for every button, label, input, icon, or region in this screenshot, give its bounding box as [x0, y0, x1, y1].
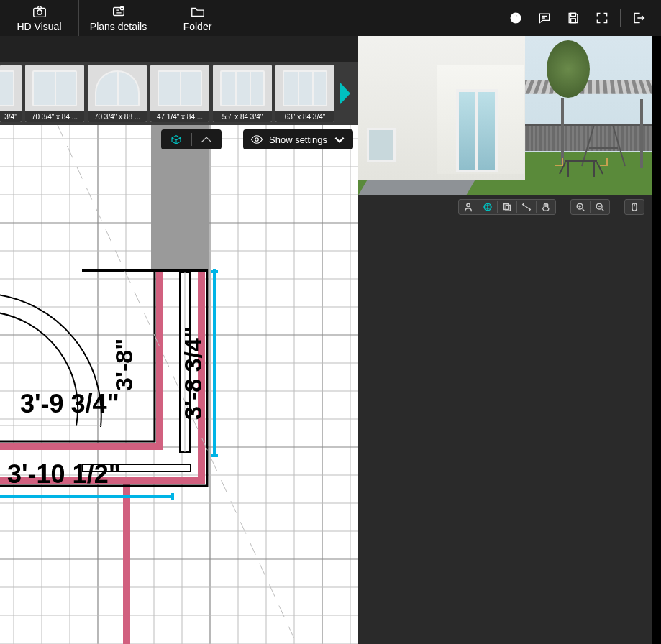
thumbnail-item[interactable]: 47 1/4" x 84 ...	[150, 65, 209, 122]
thumbnail-item[interactable]: 55" x 84 3/4"	[213, 65, 272, 122]
mouse-mode-button[interactable]	[625, 199, 644, 215]
svg-marker-8	[340, 83, 350, 104]
roof-toggle[interactable]	[192, 134, 222, 144]
thumbnail-label: 47 1/4" x 84 ...	[150, 111, 209, 122]
3d-preview[interactable]	[358, 36, 653, 196]
dimension-text: 3'-8 3/4"	[179, 326, 206, 420]
chevron-right-icon	[339, 81, 352, 106]
exit-button[interactable]	[631, 10, 647, 26]
folder-button[interactable]: Folder	[158, 0, 237, 36]
person-view-button[interactable]	[459, 199, 478, 215]
view-mode-group	[458, 199, 556, 215]
thumbnail-item[interactable]: 70 3/4" x 88 ...	[88, 65, 147, 122]
thumbnails-next-button[interactable]	[338, 72, 352, 115]
show-settings-button[interactable]: Show settings	[243, 129, 353, 150]
grab-view-button[interactable]	[537, 199, 555, 215]
cube-icon	[170, 134, 183, 144]
3d-box-toggle[interactable]	[161, 134, 191, 144]
save-icon	[566, 11, 580, 25]
mouse-icon	[629, 202, 639, 212]
svg-point-50	[255, 138, 259, 142]
floor-view-toggle	[161, 129, 222, 150]
exit-icon	[632, 11, 646, 25]
hand-icon	[541, 202, 551, 212]
thumbnail-label: 3/4"	[0, 111, 22, 122]
zoom-out-icon	[595, 202, 605, 212]
svg-rect-6	[571, 13, 576, 16]
plans-details-label: Plans details	[90, 21, 147, 32]
zoom-in-icon	[575, 202, 585, 212]
svg-rect-44	[82, 269, 206, 272]
thumbnail-item[interactable]: 63" x 84 3/4"	[275, 65, 334, 122]
thumbnail-label: 63" x 84 3/4"	[275, 111, 334, 122]
zoom-out-button[interactable]	[591, 199, 609, 215]
svg-rect-7	[571, 19, 576, 23]
fullscreen-icon	[595, 11, 609, 25]
black-right-edge	[652, 36, 661, 644]
hd-visual-button[interactable]: HD Visual	[0, 0, 79, 36]
toolbar-left: HD Visual Plans details Folder	[0, 0, 237, 36]
help-button[interactable]: ?	[508, 10, 524, 26]
right-panel-empty	[358, 218, 653, 644]
save-button[interactable]	[565, 10, 581, 26]
plans-details-button[interactable]: Plans details	[79, 0, 158, 36]
mouse-group	[624, 199, 644, 215]
orbit-view-button[interactable]	[478, 199, 497, 215]
layers-icon	[502, 202, 512, 212]
dimension-text: 3'-9 3/4"	[20, 389, 119, 418]
toolbar-separator	[620, 9, 621, 27]
zoom-group	[570, 199, 610, 215]
dimension-text: 3'-10 1/2"	[7, 459, 121, 489]
svg-point-1	[37, 10, 41, 14]
help-icon: ?	[509, 11, 523, 25]
hd-visual-label: HD Visual	[17, 21, 62, 32]
folder-icon	[190, 4, 206, 19]
svg-rect-2	[113, 8, 124, 16]
thumbnail-item[interactable]: 70 3/4" x 84 ...	[25, 65, 84, 122]
svg-point-52	[467, 203, 470, 206]
comment-icon	[537, 11, 552, 25]
ruler-icon	[521, 202, 532, 212]
thumbnail-label: 55" x 84 3/4"	[213, 111, 272, 122]
roof-icon	[200, 134, 213, 144]
thumbnail-item[interactable]: 3/4"	[0, 65, 22, 122]
eye-icon	[250, 133, 263, 146]
globe-icon	[483, 202, 493, 212]
person-icon	[463, 202, 473, 212]
svg-point-3	[120, 6, 124, 10]
chevron-down-icon	[333, 133, 346, 146]
thumbnail-label: 70 3/4" x 88 ...	[88, 111, 147, 122]
camera-icon	[32, 4, 47, 19]
dimensions-view-button[interactable]	[517, 199, 536, 215]
show-settings-label: Show settings	[269, 134, 327, 145]
plans-icon	[111, 4, 127, 19]
comment-button[interactable]	[537, 10, 552, 26]
layers-view-button[interactable]	[498, 199, 516, 215]
dimension-text: 3'-8"	[110, 339, 137, 391]
fullscreen-button[interactable]	[594, 10, 610, 26]
svg-text:?: ?	[514, 13, 519, 22]
floorplan-canvas[interactable]: []	[0, 125, 358, 644]
toolbar-right: ?	[508, 0, 661, 36]
folder-label: Folder	[183, 21, 212, 32]
thumbnail-label: 70 3/4" x 84 ...	[25, 111, 84, 122]
top-toolbar: HD Visual Plans details Folder ?	[0, 0, 661, 36]
svg-rect-51	[565, 160, 597, 162]
preview-toolbar	[358, 196, 653, 218]
zoom-in-button[interactable]	[571, 199, 590, 215]
